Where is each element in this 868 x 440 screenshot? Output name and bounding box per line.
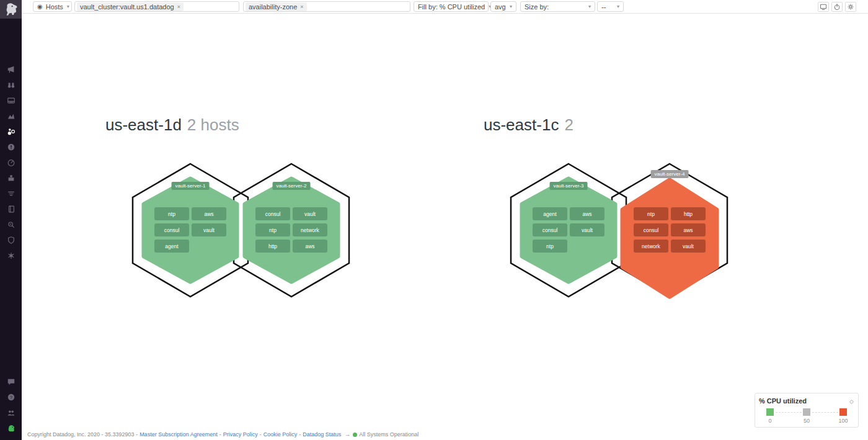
link-cookie-policy[interactable]: Cookie Policy (264, 431, 298, 438)
host-tag[interactable]: vault (570, 223, 604, 236)
link-privacy-policy[interactable]: Privacy Policy (223, 431, 258, 438)
notebooks-icon[interactable] (6, 204, 17, 215)
ci-bug-icon[interactable] (6, 250, 17, 261)
host-tag[interactable]: aws (570, 207, 604, 220)
svg-text:?: ? (10, 395, 12, 400)
sidebar-nav (0, 19, 22, 261)
announcements-icon[interactable] (6, 64, 17, 75)
host-tag[interactable]: vault (293, 207, 327, 220)
help-icon[interactable]: ? (6, 392, 17, 403)
gear-icon[interactable] (848, 397, 855, 408)
host-tag[interactable]: consul (255, 207, 290, 220)
host-label[interactable]: vault-server-3 (550, 182, 588, 190)
aggregation-select[interactable]: avg ▾ (490, 1, 516, 12)
status-text: All Systems Operational (359, 431, 418, 438)
datadog-logo[interactable] (0, 0, 22, 19)
footer-separator: - (260, 431, 262, 438)
aggregation-label: avg (495, 3, 506, 11)
fill-by-select[interactable]: Fill by: % CPU utilized ▾ (414, 1, 489, 12)
host-tag[interactable]: agent (533, 207, 567, 220)
remove-filter-icon[interactable]: × (300, 4, 303, 10)
host-tag[interactable]: aws (671, 223, 706, 236)
group-host-count: 2 hosts (187, 115, 239, 134)
fill-by-label: Fill by: % CPU utilized (418, 3, 485, 11)
host-label[interactable]: vault-server-4 (651, 170, 689, 178)
host-tag[interactable]: network (293, 223, 327, 236)
filter-input-2[interactable]: availability-zone × (243, 1, 410, 12)
monitors-icon[interactable] (6, 141, 17, 153)
metrics-icon[interactable] (6, 110, 17, 122)
legend-swatch-high (839, 408, 847, 416)
group-name: us-east-1c (484, 115, 559, 134)
sidebar-bottom-nav: ? (0, 376, 22, 440)
host-tag[interactable]: consul (533, 223, 567, 236)
power-refresh-icon[interactable] (831, 2, 843, 12)
group-title-us-east-1c: us-east-1c2 (484, 115, 574, 135)
hosts-mode-select[interactable]: ◉ Hosts ▾ (33, 1, 72, 12)
host-label[interactable]: vault-server-1 (172, 182, 210, 190)
host-tag[interactable]: ntp (533, 240, 567, 253)
datadog-dog-icon (3, 1, 19, 17)
host-tag[interactable]: network (634, 240, 668, 253)
security-shield-icon[interactable] (6, 235, 17, 246)
legend-title: % CPU utilized (759, 397, 854, 405)
legend-connector (812, 412, 838, 413)
legend-scale: 0 50 100 (759, 407, 854, 426)
host-tag[interactable]: ntp (634, 207, 668, 220)
chevron-down-icon: ▾ (510, 4, 512, 9)
app-window: ? ◉ Hosts ▾ vault_cluster:vault.us1.data… (0, 0, 868, 440)
hex-group-us-east-1c: vault-server-3 vault-server-4 agent aws … (508, 160, 732, 302)
host-tag[interactable]: http (671, 207, 706, 220)
host-tag[interactable]: vault (671, 240, 706, 253)
filter-tag-label: availability-zone (249, 3, 297, 11)
link-master-subscription-agreement[interactable]: Master Subscription Agreement (140, 431, 218, 438)
size-value-select[interactable]: -- ▾ (597, 1, 624, 12)
legend-cpu-utilized: % CPU utilized 0 50 100 (755, 393, 859, 428)
dashboards-icon[interactable] (6, 95, 17, 106)
host-label[interactable]: vault-server-2 (273, 182, 311, 190)
integrations-icon[interactable] (6, 173, 17, 184)
users-icon[interactable] (6, 407, 17, 418)
host-tag[interactable]: vault (192, 223, 226, 236)
host-tag[interactable]: aws (293, 240, 327, 253)
size-value-label: -- (601, 3, 606, 11)
logs-icon[interactable] (6, 188, 17, 199)
chevron-down-icon: ▾ (617, 4, 619, 9)
host-tag[interactable]: consul (154, 223, 189, 236)
group-host-count: 2 (564, 115, 573, 134)
apm-icon[interactable] (6, 157, 17, 168)
host-map-icon[interactable] (6, 126, 17, 137)
watchdog-icon[interactable] (6, 79, 17, 91)
copyright-text: Copyright Datadog, Inc. 2020 - 35.339290… (27, 431, 138, 438)
remove-filter-icon[interactable]: × (177, 4, 180, 10)
toolbar: ◉ Hosts ▾ vault_cluster:vault.us1.datado… (22, 0, 868, 14)
footer: Copyright Datadog, Inc. 2020 - 35.339290… (22, 429, 868, 440)
filter-tag: vault_cluster:vault.us1.datadog × (77, 2, 184, 11)
host-tag[interactable]: http (255, 240, 290, 253)
chat-icon[interactable] (6, 376, 17, 387)
host-tag[interactable]: ntp (154, 207, 189, 220)
size-by-label: Size by: (525, 3, 549, 11)
link-datadog-status[interactable]: Datadog Status (303, 431, 341, 438)
host-tag[interactable]: agent (154, 240, 189, 253)
hex-group-us-east-1d: vault-server-1 vault-server-2 ntp aws co… (130, 160, 353, 302)
size-by-select[interactable]: Size by: ▾ (520, 1, 595, 12)
filter-input-1[interactable]: vault_cluster:vault.us1.datadog × (74, 1, 239, 12)
host-tag[interactable]: consul (634, 223, 668, 236)
chevron-down-icon: ▾ (67, 4, 69, 9)
host-tag[interactable]: ntp (255, 223, 290, 236)
legend-connector (776, 412, 802, 413)
settings-gear-icon[interactable] (845, 2, 856, 12)
hosts-mode-label: Hosts (46, 3, 63, 11)
main-area: ◉ Hosts ▾ vault_cluster:vault.us1.datado… (22, 0, 868, 440)
status-dog-icon[interactable] (6, 423, 17, 434)
legend-swatch-mid (803, 408, 810, 416)
host-hexagon-vault-server-4[interactable] (622, 180, 717, 297)
screenboard-monitor-icon[interactable] (818, 2, 829, 12)
synthetics-icon[interactable] (6, 219, 17, 230)
legend-value: 100 (838, 418, 848, 424)
status-ok-dot (353, 433, 357, 437)
arrow-icon: → (345, 431, 350, 438)
host-tag[interactable]: aws (192, 207, 226, 220)
sidebar: ? (0, 0, 22, 440)
